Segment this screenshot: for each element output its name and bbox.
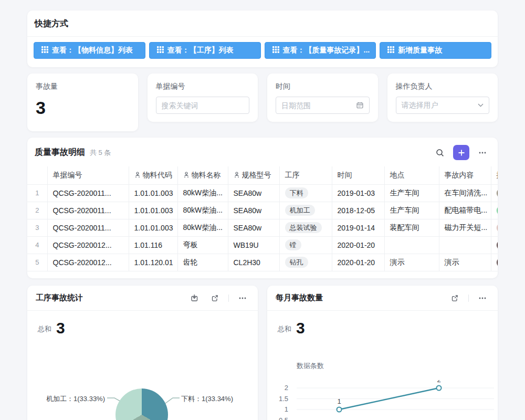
cell-process: 钻孔 — [279, 254, 332, 271]
incident-count-value: 3 — [36, 99, 130, 117]
svg-text:2: 2 — [437, 380, 440, 384]
pie-chart-area: 总和 3 机加工：1(33.33%) 下料：1(33.34%) 总装试验：1(3… — [27, 311, 258, 420]
avatar — [497, 257, 498, 268]
dashboard-page: 快捷方式 查看：【物料信息】列表 查看：【工序】列表 查看：【质量事故记录】..… — [0, 0, 525, 420]
cell-name: 齿轮 — [177, 254, 228, 271]
col-place: 地点 — [384, 166, 439, 184]
doc-number-search-input[interactable] — [156, 97, 250, 114]
view-process-list-button[interactable]: 查看：【工序】列表 — [149, 42, 261, 59]
date-range-input[interactable] — [276, 97, 370, 114]
button-label: 新增质量事故 — [398, 46, 442, 55]
more-icon[interactable] — [476, 146, 489, 160]
incident-count-card: 事故量 3 — [27, 74, 138, 131]
total-value: 3 — [296, 320, 305, 336]
incident-count-label: 事故量 — [36, 82, 130, 91]
add-incident-button[interactable]: 新增质量事故 — [380, 42, 491, 59]
incident-table-card: 质量事故明细 共 5 条 单据编号 — [27, 138, 498, 278]
cell-doc: QCSG-2020011... — [47, 219, 129, 236]
grid-icon — [157, 46, 164, 55]
col-process: 工序 — [279, 166, 332, 184]
table-row[interactable]: 2 QCSG-2020011... 1.01.01.003 80kW柴油... … — [27, 202, 498, 219]
avatar — [497, 239, 498, 251]
col-spec-model: 规格型号 — [228, 166, 279, 184]
cell-process: 镗 — [279, 236, 332, 254]
cell-doc: QCSG-2020012... — [47, 254, 129, 271]
cell-doc: QCSG-2020011... — [47, 184, 129, 202]
total-label: 总和 — [278, 324, 291, 336]
col-material-code: 物料代码 — [129, 166, 177, 184]
expand-icon[interactable] — [208, 291, 222, 305]
col-operator: 操作负责人 — [491, 166, 498, 184]
chart-title: 每月事故数量 — [276, 293, 323, 303]
divider — [468, 295, 469, 302]
view-incident-record-button[interactable]: 查看：【质量事故记录】... — [265, 42, 376, 59]
operator-filter-card: 操作负责人 请选择用户 — [387, 74, 498, 122]
cell-doc: QCSG-2020012... — [47, 236, 129, 254]
col-material-name: 物料名称 — [177, 166, 228, 184]
cell-time: 2020-01-20 — [332, 236, 384, 254]
table-row[interactable]: 5 QCSG-2020012... 1.01.120.01 齿轮 CL2H30 … — [27, 254, 498, 271]
more-icon[interactable] — [476, 291, 489, 305]
table-row[interactable]: 4 QCSG-2020012... 1.01.116 弯板 WB19U 镗 20… — [27, 236, 498, 254]
monthly-incidents-card: 每月事故数量 总和 3 数据条数 00.511.52122018年 — [267, 286, 498, 420]
date-range-field[interactable] — [281, 101, 353, 110]
cell-code: 1.01.120.01 — [129, 254, 177, 271]
cell-code: 1.01.116 — [129, 236, 177, 254]
expand-icon[interactable] — [448, 291, 461, 305]
quick-actions-title: 快捷方式 — [27, 10, 498, 36]
search-icon[interactable] — [433, 146, 447, 160]
search-keyword-field[interactable] — [162, 101, 244, 110]
table-title: 质量事故明细 — [35, 147, 85, 158]
svg-text:1: 1 — [285, 405, 288, 413]
chart-header: 工序事故统计 — [27, 286, 258, 311]
cell-name: 80kW柴油... — [177, 202, 228, 219]
cell-spec: SEA80w — [228, 202, 279, 219]
relation-icon — [183, 172, 190, 178]
filters-row: 事故量 3 单据编号 时间 操作负责人 请选择用户 — [27, 74, 498, 131]
table-header-bar: 质量事故明细 共 5 条 — [27, 138, 498, 166]
view-material-list-button[interactable]: 查看：【物料信息】列表 — [34, 42, 145, 59]
cell-time: 2018-12-05 — [332, 202, 384, 219]
quick-actions-row: 查看：【物料信息】列表 查看：【工序】列表 查看：【质量事故记录】... 新增质… — [27, 37, 498, 64]
total-label: 总和 — [38, 324, 51, 336]
more-icon[interactable] — [236, 291, 249, 305]
doc-number-label: 单据编号 — [156, 82, 250, 91]
avatar — [497, 187, 498, 199]
table-row[interactable]: 3 QCSG-2020011... 1.01.01.003 80kW柴油... … — [27, 219, 498, 236]
pie-label-cutting: 下料：1(33.34%) — [181, 394, 233, 404]
chart-title: 工序事故统计 — [36, 293, 83, 303]
process-stats-card: 工序事故统计 总和 3 — [27, 286, 258, 420]
process-tag: 下料 — [285, 187, 308, 199]
cell-place: 生产车间 — [384, 202, 439, 219]
table-row[interactable]: 1 QCSG-2020011... 1.01.01.003 80kW柴油... … — [27, 184, 498, 202]
cell-time: 2019-01-14 — [332, 219, 384, 236]
cell-process: 下料 — [279, 184, 332, 202]
col-content: 事故内容 — [439, 166, 491, 184]
avatar — [497, 205, 498, 216]
relation-icon — [134, 172, 141, 178]
divider — [228, 295, 229, 302]
operator-select[interactable]: 请选择用户 — [396, 97, 490, 114]
cell-time: 2019-01-03 — [332, 184, 384, 202]
line-chart[interactable]: 00.511.52122018年12月2019年01月时间（月） — [274, 380, 496, 420]
button-label: 查看：【质量事故记录】... — [283, 46, 370, 55]
doc-number-filter-card: 单据编号 — [148, 74, 258, 122]
add-record-button[interactable] — [453, 145, 469, 160]
calendar-icon — [356, 101, 364, 109]
record-count-badge: 共 5 条 — [90, 148, 111, 158]
cell-code: 1.01.01.003 — [129, 184, 177, 202]
download-icon[interactable] — [187, 291, 201, 305]
charts-row: 工序事故统计 总和 3 — [27, 286, 498, 420]
cell-spec: SEA80w — [228, 184, 279, 202]
cell-content: 在车间清洗... — [439, 184, 491, 202]
cell-place: 演示 — [384, 254, 439, 271]
incident-table: 单据编号 物料代码 物料名称 规格型号 工序 时间 地点 事故内容 操作负责人 … — [27, 166, 498, 271]
total-value: 3 — [56, 320, 65, 336]
table-header-row: 单据编号 物料代码 物料名称 规格型号 工序 时间 地点 事故内容 操作负责人 — [27, 166, 498, 184]
cell-content — [439, 236, 491, 254]
svg-text:1.5: 1.5 — [279, 395, 288, 403]
cell-spec: WB19U — [228, 236, 279, 254]
avatar — [497, 222, 498, 234]
cell-content: 配电箱带电... — [439, 202, 491, 219]
pie-chart[interactable] — [116, 388, 168, 420]
